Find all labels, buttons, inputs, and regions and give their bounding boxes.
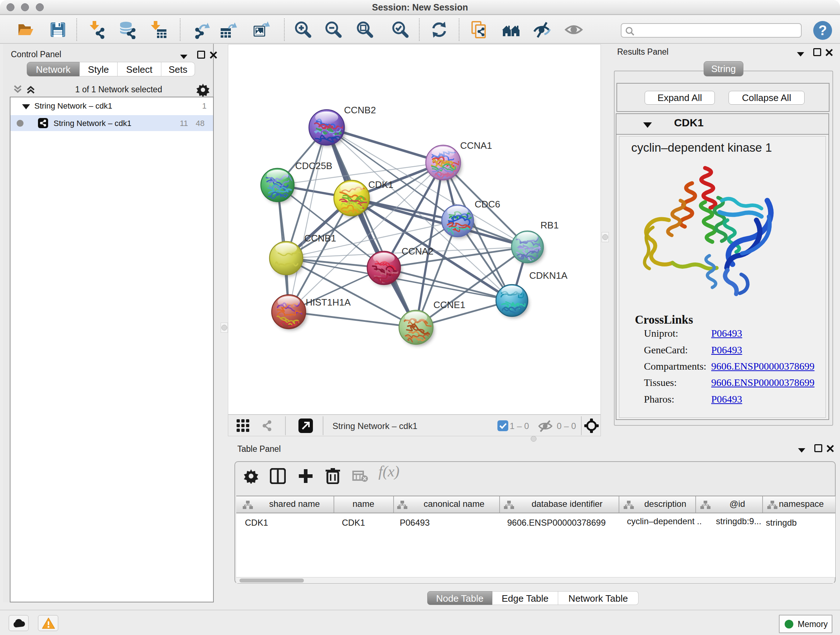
svg-text:?: ? — [818, 23, 827, 38]
svg-text:CDC25B: CDC25B — [295, 160, 332, 171]
svg-text:CDK1: CDK1 — [368, 179, 393, 190]
svg-text:CDC6: CDC6 — [475, 199, 500, 210]
svg-text:CCNB1: CCNB1 — [304, 233, 336, 244]
svg-text:HIST1H1A: HIST1H1A — [306, 297, 351, 308]
svg-text:CCNA2: CCNA2 — [401, 246, 433, 257]
svg-text:CCNA1: CCNA1 — [460, 140, 492, 151]
svg-text:RB1: RB1 — [540, 220, 559, 231]
svg-text:CDKN1A: CDKN1A — [529, 270, 568, 281]
svg-text:CCNB2: CCNB2 — [344, 105, 376, 116]
svg-text:CCNE1: CCNE1 — [433, 299, 465, 310]
